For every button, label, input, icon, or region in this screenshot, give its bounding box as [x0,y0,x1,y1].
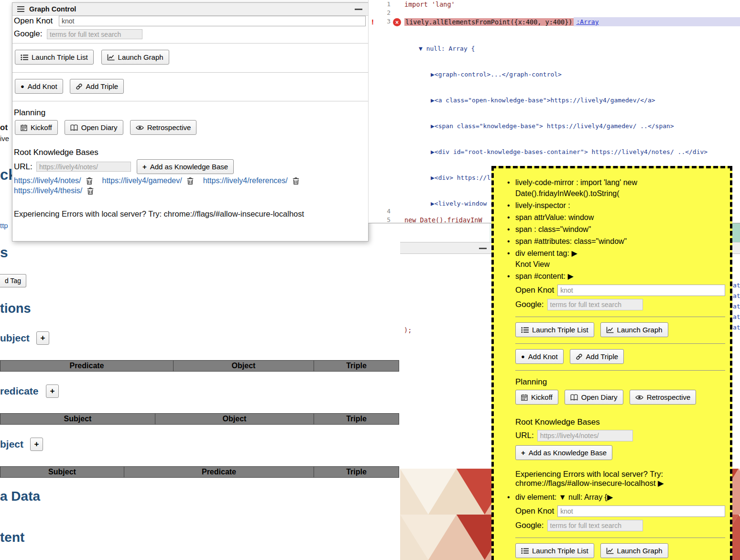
button-label: Open Diary [81,123,118,132]
inspector-node[interactable]: ▶<div id="root-knowledge-bases-container… [404,148,707,156]
table-header-cell: Subject [0,413,155,425]
trash-icon[interactable] [293,177,299,185]
overlay-list-item: span attrValue: window [507,212,725,223]
code-line-3: lively.allElementsFromPoint({x:400, y:40… [404,17,740,26]
minimize-icon[interactable] [479,248,487,249]
add-knowledge-base-button[interactable]: + Add as Knowledge Base [515,445,612,460]
launch-triple-list-button[interactable]: Launch Triple List [515,322,594,337]
add-knowledge-base-button[interactable]: + Add as Knowledge Base [137,159,234,174]
kb-url-input[interactable] [537,430,633,441]
embedded-graph-control: Open Knot Google: Launch Triple List Lau… [515,505,725,560]
local-server-hint: Experiencing Errors with local server? T… [515,470,725,488]
hamburger-icon[interactable] [17,6,24,12]
list-icon [21,54,28,61]
calendar-icon [21,124,27,131]
button-label: Launch Graph [118,53,163,61]
kickoff-button[interactable]: Kickoff [15,120,58,135]
result-type-link[interactable]: :Array [577,18,599,25]
item-text: div element tag: ▶ [515,248,577,259]
trash-icon[interactable] [187,177,194,185]
inspector-node[interactable]: ▶<span class="knowledge-base"> https://l… [404,122,707,131]
kb-link[interactable]: https://lively4/gamedev/ [102,176,182,185]
kb-link[interactable]: https://lively4/thesis/ [14,187,82,195]
kb-link[interactable]: https://lively4/references/ [203,176,288,185]
trash-icon[interactable] [87,187,94,195]
add-knot-button[interactable]: ● Add Knot [515,349,564,364]
launch-triple-list-button[interactable]: Launch Triple List [15,50,94,65]
launch-graph-button[interactable]: Launch Graph [101,50,169,65]
item-text: span #content: ▶ [515,271,574,282]
open-knot-input[interactable] [59,16,366,26]
text-fragment: at [733,324,740,331]
overlay-list-item: span #content: ▶ [507,271,725,282]
add-predicate-button[interactable]: + [46,384,59,398]
button-label: Launch Graph [617,547,663,555]
object-table-header: Subject Predicate Triple [0,466,399,478]
open-knot-input[interactable] [557,285,725,296]
text-fragment: ot [0,123,8,132]
add-triple-button[interactable]: Add Triple [70,79,124,94]
inspector-node[interactable]: ▶<graph-control>...</graph-control> [404,70,707,79]
root-kb-label: Root Knowledge Bases [515,417,725,427]
item-text: lively-code-mirror : import 'lang' new D… [515,177,667,199]
content-heading-fragment: tent [0,530,24,545]
overlay-list-item: span : class="window" [507,224,725,235]
retrospective-button[interactable]: Retrospective [130,120,197,135]
line-chart-icon [606,548,614,554]
minimize-icon[interactable] [355,9,362,10]
url-label: URL: [515,431,534,440]
inspector-root-node[interactable]: ▼ null: Array { [404,44,707,53]
predicate-heading-fragment: redicate [0,385,39,397]
button-label: Add as Knowledge Base [150,163,228,171]
inspector-node[interactable]: ▶<a class="open-knowledge-base">https://… [404,96,707,105]
circle-icon: ● [21,83,24,90]
open-knot-input[interactable] [557,505,725,517]
table-header-cell: Triple [314,360,399,372]
graph-control-window: Graph Control Open Knot Google: Launch T… [12,2,369,242]
launch-triple-list-button[interactable]: Launch Triple List [515,543,594,558]
google-search-input[interactable] [547,299,643,310]
open-knot-label: Open Knot [14,16,53,26]
retrospective-button[interactable]: Retrospective [630,390,696,405]
add-knot-button[interactable]: ● Add Knot [15,79,63,94]
kb-link-item: https://lively4/notes/ [14,176,93,185]
kb-link[interactable]: https://lively4/notes/ [14,176,81,185]
text-fragment: at [733,313,740,320]
add-subject-button[interactable]: + [36,331,49,345]
button-label: Add Triple [86,82,119,90]
kb-link-item: https://lively4/thesis/ [14,187,94,195]
window-titlebar: Graph Control [12,3,368,16]
button-label: Launch Triple List [532,547,588,555]
text-fragment: at [733,292,740,299]
kb-url-input[interactable] [36,162,131,172]
button-label: Retrospective [647,393,691,401]
google-search-input[interactable] [47,29,142,39]
button-label: Add Knot [28,82,57,90]
kickoff-button[interactable]: Kickoff [515,390,558,405]
add-button-row: ● Add Knot Add Triple [515,349,725,364]
overlay-list-item: div element: ▼ null: Array {▶ [507,492,725,503]
book-icon [70,124,78,131]
open-knot-label: Open Knot [515,506,554,516]
button-label: Launch Graph [617,326,663,334]
line-number: 1 [380,0,391,8]
google-search-input[interactable] [547,520,643,531]
launch-graph-button[interactable]: Launch Graph [600,322,668,337]
add-object-button[interactable]: + [30,438,43,451]
add-triple-button[interactable]: Add Triple [570,349,624,364]
window-title: Graph Control [29,5,76,13]
calendar-icon [521,394,528,401]
item-text: div element: ▼ null: Array {▶ [515,492,613,503]
knowledge-base-links: https://lively4/notes/ https://lively4/g… [14,176,366,197]
button-label: Open Diary [581,393,618,401]
add-tag-button[interactable]: d Tag [0,274,26,287]
overlay-list-item: lively-inspector : [507,200,725,211]
launch-graph-button[interactable]: Launch Graph [600,543,668,558]
planning-label: Planning [515,377,725,387]
divider [515,343,725,344]
trash-icon[interactable] [86,177,93,185]
google-row: Google: [515,520,725,531]
planning-label: Planning [14,108,45,118]
open-diary-button[interactable]: Open Diary [65,120,123,135]
open-diary-button[interactable]: Open Diary [565,390,623,405]
